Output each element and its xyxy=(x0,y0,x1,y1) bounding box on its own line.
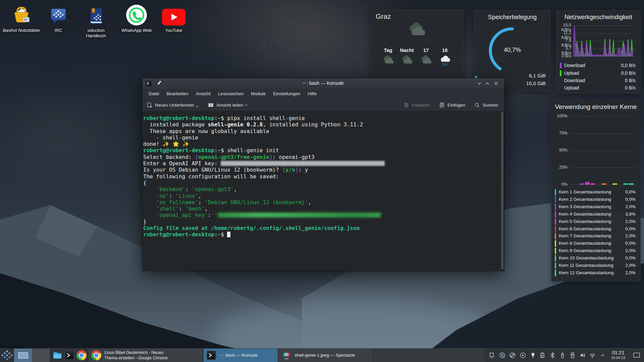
network-y-tick: 0 B/s xyxy=(556,54,571,58)
core-label: Kern 11 Gesamtauslastung xyxy=(559,263,613,268)
core-color-marker xyxy=(555,248,556,254)
terminal-line: } xyxy=(143,219,499,225)
legend-value: 0 B/s xyxy=(625,78,636,83)
legend-color-marker xyxy=(560,70,561,76)
nightlight-icon[interactable] xyxy=(529,352,537,359)
task-button-spectacle[interactable]: shell-genie-1.jpeg — Spectacle xyxy=(279,349,373,362)
konsole-launcher-icon[interactable] xyxy=(64,350,74,360)
desktop-icon-basket[interactable]: BasKet Notizblätter xyxy=(2,3,41,33)
terminal-text: : xyxy=(185,186,192,192)
task-button-chrome[interactable]: Linux Bibel Oesterreich - NeuesThema ers… xyxy=(89,349,203,362)
memory-percent: 40,7% xyxy=(474,47,550,54)
menu-item-bearbeiten[interactable]: Bearbeiten xyxy=(163,89,192,99)
clock-date: 16.04.23 xyxy=(606,356,631,360)
task-title: shell-genie-1.jpeg — Spectacle xyxy=(294,353,355,358)
cores-y-tick: 75% xyxy=(551,131,568,135)
core-value: 2,0% xyxy=(625,248,636,253)
volume-icon[interactable] xyxy=(579,352,586,359)
terminal-text: Config file saved at /home/robertg/.conf… xyxy=(143,225,360,231)
network-title: Netzwerkgeschwindigkeit xyxy=(556,14,640,21)
core-color-marker xyxy=(555,233,556,239)
weather-forecast-label: Nacht xyxy=(397,47,416,53)
desktop-icon-youtube[interactable]: YouTube xyxy=(156,3,191,33)
media-player-icon[interactable] xyxy=(519,352,527,359)
terminal-text: [ xyxy=(282,167,285,173)
menu-item-datei[interactable]: Datei xyxy=(145,89,163,99)
menu-item-ansicht[interactable]: Ansicht xyxy=(192,89,214,99)
copy-button[interactable]: Kopieren xyxy=(403,102,430,108)
core-color-marker xyxy=(555,270,556,276)
menu-item-module[interactable]: Module xyxy=(247,89,269,99)
terminal-line: Is your OS Debian GNU/Linux 12 (bookworm… xyxy=(143,167,499,173)
desktop-icon-whatsapp-web[interactable]: WhatsApp Web xyxy=(117,3,156,33)
split-view-button[interactable]: Ansicht teilen xyxy=(208,102,248,108)
file-manager-icon[interactable] xyxy=(52,350,62,360)
menu-item-einstellungen[interactable]: Einstellungen xyxy=(269,89,304,99)
terminal-text: 'openai-gpt3' xyxy=(192,186,234,192)
memory-used: 6,1 GiB xyxy=(529,73,546,78)
legend-value: 0 B/s xyxy=(625,85,636,90)
pager-desktop-1[interactable] xyxy=(14,349,32,362)
desktop-icon-siduction-handbuch[interactable]: siduction Handbuch xyxy=(77,3,115,39)
steam-icon[interactable] xyxy=(509,352,516,359)
terminal-text: , xyxy=(205,205,208,212)
terminal-line: 'backend': 'openai-gpt3', xyxy=(143,186,499,192)
chrome-launcher-icon[interactable] xyxy=(76,350,87,360)
menubar: DateiBearbeitenAnsichtLesezeichenModuleE… xyxy=(142,89,504,99)
new-tab-button[interactable]: Neues Unterfenster xyxy=(146,102,199,108)
updates-icon[interactable] xyxy=(498,352,506,359)
terminal-area[interactable]: robertg@robert-desktop:~$ pipx install s… xyxy=(142,111,504,271)
scrollbar[interactable] xyxy=(501,112,503,269)
weather-widget: Graz TagNacht1718 xyxy=(370,9,464,84)
search-button[interactable]: Suchen xyxy=(474,102,498,108)
network-legend-row: Download0 B/s xyxy=(560,77,636,84)
core-color-marker xyxy=(555,211,556,218)
terminal-text: openai-gpt3/free-genie xyxy=(198,154,269,160)
menu-item-hilfe[interactable]: Hilfe xyxy=(304,89,320,99)
kdeconnect-icon[interactable] xyxy=(569,352,576,359)
pager-desktop-2[interactable] xyxy=(32,349,50,362)
digital-clock[interactable]: 01:21 16.04.23 xyxy=(606,349,631,360)
expand-tray-icon[interactable] xyxy=(599,352,606,359)
weather-forecast-Tag: Tag xyxy=(379,47,397,68)
terminal-text: { xyxy=(143,180,147,186)
network-chart xyxy=(573,25,633,56)
terminal-line: robertg@robert-desktop:~$ pipx install s… xyxy=(143,115,499,121)
menu-item-lesezeichen[interactable]: Lesezeichen xyxy=(214,89,247,99)
chevron-down-icon xyxy=(244,103,248,107)
cores-bar xyxy=(629,183,634,185)
terminal-text: : xyxy=(214,115,218,121)
cores-bar xyxy=(580,183,584,185)
notifications-icon[interactable] xyxy=(488,352,495,359)
weather-forecast-label: 18 xyxy=(435,47,454,53)
terminal-text: Select backend: xyxy=(143,154,195,160)
terminal-line: - shell-genie xyxy=(143,134,499,141)
window-titlebar[interactable]: ~ : bash — Konsole xyxy=(142,78,504,89)
core-value: 2,0% xyxy=(625,263,636,268)
clipboard-icon[interactable] xyxy=(539,352,546,359)
terminal-text: 'Debian GNU/Linux 12 (bookworm)' xyxy=(205,199,308,205)
close-button[interactable] xyxy=(493,80,499,87)
core-label: Kern 3 Gesamtauslastung xyxy=(559,204,611,209)
core-value: 0,0% xyxy=(625,255,636,260)
task-manager: Linux Bibel Oesterreich - NeuesThema ers… xyxy=(89,349,485,362)
weather-forecast-label: Tag xyxy=(379,47,397,53)
terminal-text: robertg@robert-desktop xyxy=(143,147,214,154)
minimize-button[interactable] xyxy=(476,80,483,87)
maximize-button[interactable] xyxy=(484,80,491,87)
desktop-icon-irc[interactable]: IRC xyxy=(43,3,74,33)
terminal-text: ~ xyxy=(218,147,221,154)
bluetooth-icon[interactable] xyxy=(549,352,556,359)
terminal-text: robertg@robert-desktop xyxy=(143,231,214,238)
paste-button[interactable]: Einfügen xyxy=(439,102,465,108)
terminal-text: These apps are now globally available xyxy=(143,128,269,134)
show-desktop-button[interactable] xyxy=(633,352,641,359)
weather-forecast-18: 18 xyxy=(435,47,454,68)
terminal-text: ~ xyxy=(218,231,221,238)
scrollbar-thumb[interactable] xyxy=(501,112,503,269)
cores-row: Kern 11 Gesamtauslastung2,0% xyxy=(555,262,636,269)
usb-icon[interactable] xyxy=(559,352,566,359)
wifi-icon[interactable] xyxy=(589,352,596,359)
task-button-konsole[interactable]: ~ : bash — Konsole xyxy=(204,349,278,362)
app-launcher-button[interactable] xyxy=(1,349,13,361)
